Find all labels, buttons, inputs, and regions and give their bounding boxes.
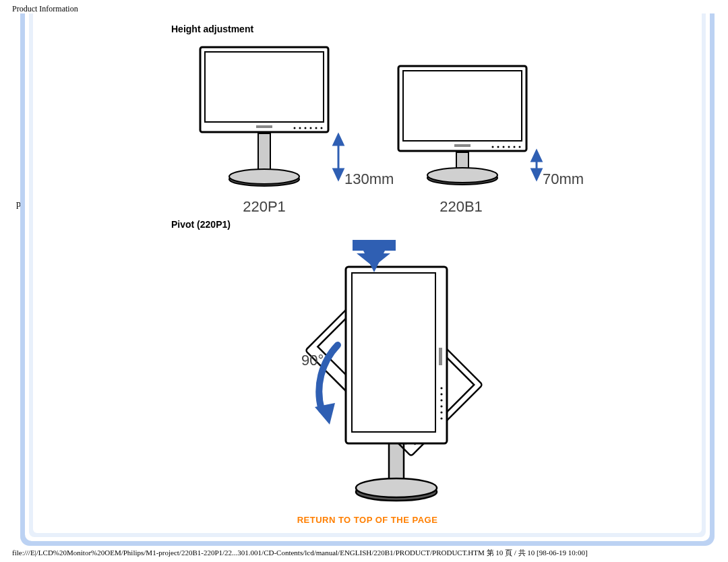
svg-point-7 [315, 127, 317, 129]
page-header: Product Information [12, 4, 78, 14]
svg-point-49 [440, 411, 442, 413]
svg-rect-44 [439, 348, 442, 365]
svg-rect-9 [258, 133, 270, 171]
svg-rect-52 [365, 241, 382, 253]
svg-rect-43 [352, 273, 435, 432]
svg-point-45 [440, 387, 442, 389]
svg-point-32 [356, 478, 437, 497]
svg-point-26 [427, 168, 497, 183]
page-frame-mid: Height adjustment [25, 13, 710, 541]
svg-marker-53 [357, 253, 390, 267]
svg-point-21 [508, 146, 510, 148]
svg-point-11 [229, 169, 299, 184]
svg-point-46 [440, 393, 442, 395]
svg-point-4 [299, 127, 301, 129]
svg-point-20 [503, 146, 505, 148]
svg-marker-13 [334, 135, 343, 145]
model-label-220b1: 220B1 [389, 198, 533, 216]
svg-rect-16 [403, 71, 522, 141]
page-frame-outer: Height adjustment [20, 13, 715, 546]
heading-height-adjustment: Height adjustment [171, 24, 253, 34]
svg-rect-30 [389, 439, 404, 480]
svg-point-22 [514, 146, 516, 148]
svg-point-48 [440, 405, 442, 407]
svg-point-6 [310, 127, 312, 129]
figure-height-220b1: 70mm 220B1 [389, 40, 588, 216]
svg-rect-1 [205, 52, 324, 122]
svg-point-23 [519, 146, 521, 148]
page-frame-inner: Height adjustment [29, 13, 706, 537]
page-footer: file:///E|/LCD%20Monitor%20OEM/Philips/M… [12, 548, 588, 558]
heading-pivot: Pivot (220P1) [171, 219, 231, 230]
svg-marker-14 [334, 169, 343, 179]
svg-point-19 [497, 146, 499, 148]
page-content: Height adjustment [33, 13, 702, 533]
monitor-pivot-icon [255, 237, 532, 517]
svg-point-18 [492, 146, 494, 148]
return-to-top-link[interactable]: RETURN TO TOP OF THE PAGE [33, 515, 702, 525]
pivot-angle-label: 90° [301, 352, 324, 369]
model-label-220p1: 220P1 [193, 198, 335, 216]
svg-rect-17 [454, 144, 471, 147]
monitor-220p1-icon [193, 40, 392, 216]
svg-point-3 [294, 127, 296, 129]
monitor-220b1-icon [389, 40, 588, 216]
svg-rect-2 [256, 125, 272, 128]
svg-rect-0 [200, 47, 328, 132]
svg-point-50 [440, 417, 442, 419]
svg-point-5 [305, 127, 307, 129]
height-value-220b1: 70mm [543, 170, 584, 188]
svg-point-8 [321, 127, 323, 129]
height-value-220p1: 130mm [344, 170, 394, 188]
svg-point-47 [440, 399, 442, 401]
figure-height-220p1: 130mm 220P1 [193, 40, 392, 216]
svg-marker-28 [532, 151, 541, 161]
svg-rect-15 [398, 66, 526, 151]
figure-pivot-220p1: 90° [255, 237, 532, 517]
svg-marker-29 [532, 169, 541, 179]
